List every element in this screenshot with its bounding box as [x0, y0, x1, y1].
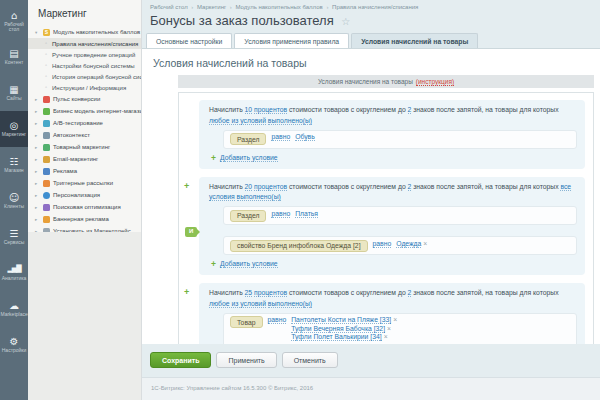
tab-product-accrual-conditions[interactable]: Условия начислений на товары: [351, 33, 478, 48]
header-text: стоимости товаров с округлением до: [289, 183, 406, 190]
breadcrumb-separator: ›: [326, 4, 328, 10]
cloud-icon: ☁: [9, 300, 19, 311]
field-chip[interactable]: Раздел: [230, 210, 266, 222]
save-button[interactable]: Сохранить: [150, 352, 211, 368]
sidebar-item-personalization[interactable]: ▸ Персонализация: [28, 189, 141, 201]
add-group-icon[interactable]: +: [184, 287, 189, 297]
value-link[interactable]: Туфли Вечерняя Бабочка [32]: [291, 325, 385, 333]
value-link[interactable]: Платья: [295, 210, 318, 218]
value-link[interactable]: Обувь: [295, 133, 315, 141]
unit-link[interactable]: процентов: [254, 106, 287, 114]
value-link[interactable]: Одежда: [396, 240, 421, 248]
sidebar-item-label: Email-маркетинг: [53, 156, 98, 162]
remove-value-icon[interactable]: ×: [393, 316, 397, 323]
gear-icon: ⚙: [10, 336, 19, 347]
sidebar-title: Маркетинг: [28, 0, 141, 26]
sidebar-item-product-marketing[interactable]: ▸ Товарный маркетинг: [28, 141, 141, 153]
sidebar-item-seo[interactable]: ▸ Поисковая оптимизация: [28, 201, 141, 213]
sidebar-item-bonus-module[interactable]: ▾ S Модуль накопительных баллов: [28, 26, 141, 38]
sidebar-item-banner-ads[interactable]: ▸ Баннерная реклама: [28, 213, 141, 225]
remove-value-icon[interactable]: ×: [423, 240, 427, 247]
breadcrumb-item[interactable]: Правила начисления/списания: [332, 4, 418, 10]
ab-test-icon: [43, 120, 50, 127]
condition-state-link[interactable]: выполнено(ы): [237, 193, 281, 201]
sidebar-item-conversion-pulse[interactable]: ▸ Пульс конверсии: [28, 93, 141, 105]
rail-item-shop[interactable]: ☷ Магазин: [0, 147, 28, 183]
condition-state-link[interactable]: выполнено(ы): [268, 300, 312, 308]
ads-icon: [43, 168, 50, 175]
tab-main-settings[interactable]: Основные настройки: [146, 33, 232, 48]
rail-item-clients[interactable]: ☺ Клиенты: [0, 183, 28, 219]
page-title-text: Бонусы за заказ пользователя: [150, 13, 334, 28]
operator-link[interactable]: равно: [271, 210, 290, 218]
precision-link[interactable]: 2: [408, 289, 412, 297]
unit-link[interactable]: процентов: [254, 183, 287, 191]
sidebar-item-ads[interactable]: ▸ Реклама: [28, 165, 141, 177]
chevron-right-icon: ▸: [35, 193, 40, 198]
value-link[interactable]: Пантолеты Кости на Пляже [33]: [291, 316, 391, 324]
value-link[interactable]: Туфли Полет Валькирии [34]: [291, 333, 381, 341]
field-chip[interactable]: Товар: [230, 316, 263, 328]
sidebar-item-trigger-mailings[interactable]: ▸ Триггерные рассылки: [28, 177, 141, 189]
remove-value-icon[interactable]: ×: [387, 325, 391, 332]
tab-rule-conditions[interactable]: Условия применения правила: [234, 33, 349, 48]
cancel-button[interactable]: Отменить: [282, 352, 338, 368]
remove-value-icon[interactable]: ×: [384, 333, 388, 340]
sidebar-item-ab-testing[interactable]: ▸ A/B-тестирование: [28, 117, 141, 129]
breadcrumb-item[interactable]: Рабочий стол: [150, 4, 188, 10]
chevron-right-icon: ▸: [35, 181, 40, 186]
group-header: Начислить 10 процентов стоимости товаров…: [209, 105, 577, 126]
apply-button[interactable]: Применить: [216, 352, 276, 368]
sidebar-item-operations-history[interactable]: ◦ История операций бонусной системы: [28, 71, 141, 82]
rail-item-settings[interactable]: ⚙ Настройки: [0, 327, 28, 363]
add-condition-link[interactable]: Добавить условие: [220, 260, 278, 268]
condition-group-1: Начислить 10 процентов стоимости товаров…: [199, 100, 585, 169]
field-chip[interactable]: свойство Бренд инфоблока Одежда [2]: [230, 240, 368, 252]
more-values-ellipsis[interactable]: ...: [291, 342, 397, 344]
sidebar-item-label: Модуль накопительных баллов: [53, 29, 140, 35]
rail-item-desktop[interactable]: ⌂ Рабочий стол: [0, 3, 28, 39]
rail-item-analytics[interactable]: ▂▅█ Аналитика: [0, 255, 28, 291]
breadcrumb-item[interactable]: Модуль накопительных баллов: [236, 4, 323, 10]
rail-item-sites[interactable]: ▦ Сайты: [0, 75, 28, 111]
bullet-icon: ◦: [45, 62, 47, 68]
operator-link[interactable]: равно: [271, 133, 290, 141]
add-condition-link[interactable]: Добавить условие: [220, 154, 278, 162]
sidebar-item-instructions[interactable]: ◦ Инструкции / Информация: [28, 82, 141, 93]
operator-link[interactable]: равно: [373, 240, 392, 248]
sidebar-item-accrual-rules[interactable]: ◦ Правила начисления/списания: [28, 38, 141, 49]
rail-item-services[interactable]: ☰ Сервисы: [0, 219, 28, 255]
sidebar-item-install-marketplace[interactable]: ▸ Установить из Маркетплейс: [28, 225, 141, 237]
value-list: Пантолеты Кости на Пляже [33]× Туфли Веч…: [291, 316, 397, 344]
group-header: Начислить 20 процентов стоимости товаров…: [209, 182, 577, 203]
condition-mode-link[interactable]: любое из условий: [209, 117, 266, 125]
rail-item-content[interactable]: ▤ Контент: [0, 39, 28, 75]
amount-link[interactable]: 20: [245, 183, 253, 191]
amount-link[interactable]: 25: [245, 289, 253, 297]
field-chip[interactable]: Раздел: [230, 133, 266, 145]
rail-item-marketplace[interactable]: ☁ Marketplace: [0, 291, 28, 327]
precision-link[interactable]: 2: [408, 106, 412, 114]
amount-link[interactable]: 10: [245, 106, 253, 114]
and-connector-tag[interactable]: И: [185, 227, 197, 238]
add-group-icon[interactable]: +: [184, 181, 189, 191]
unit-link[interactable]: процентов: [254, 289, 287, 297]
sidebar-item-label: Ручное проведение операций: [52, 52, 135, 58]
sidebar-item-bonus-settings[interactable]: ◦ Настройки бонусной системы: [28, 60, 141, 71]
chevron-right-icon: ▸: [35, 205, 40, 210]
favorite-star-icon[interactable]: ☆: [341, 16, 350, 27]
sidebar-item-business-model[interactable]: ▸ Бизнес модель интернет-магазина: [28, 105, 141, 117]
sidebar-item-email-marketing[interactable]: ▸ Email-маркетинг: [28, 153, 141, 165]
instruction-link[interactable]: (инструкция): [416, 78, 454, 86]
marketing-sidebar: Маркетинг ▾ S Модуль накопительных балло…: [28, 0, 142, 400]
precision-link[interactable]: 2: [408, 183, 412, 191]
sidebar-item-manual-operations[interactable]: ◦ Ручное проведение операций: [28, 49, 141, 60]
operator-link[interactable]: равно: [268, 316, 287, 324]
condition-mode-link[interactable]: любое из условий: [209, 300, 266, 308]
breadcrumb-item[interactable]: Маркетинг: [197, 4, 226, 10]
rail-item-marketing[interactable]: ◎ Маркетинг: [0, 111, 28, 147]
sidebar-item-autocontext[interactable]: ▸ Автоконтекст: [28, 129, 141, 141]
module-rail: ⌂ Рабочий стол ▤ Контент ▦ Сайты ◎ Марке…: [0, 0, 28, 400]
condition-state-link[interactable]: выполнено(ы): [268, 117, 312, 125]
header-text: знаков после запятой, на товары для кото…: [413, 183, 558, 190]
